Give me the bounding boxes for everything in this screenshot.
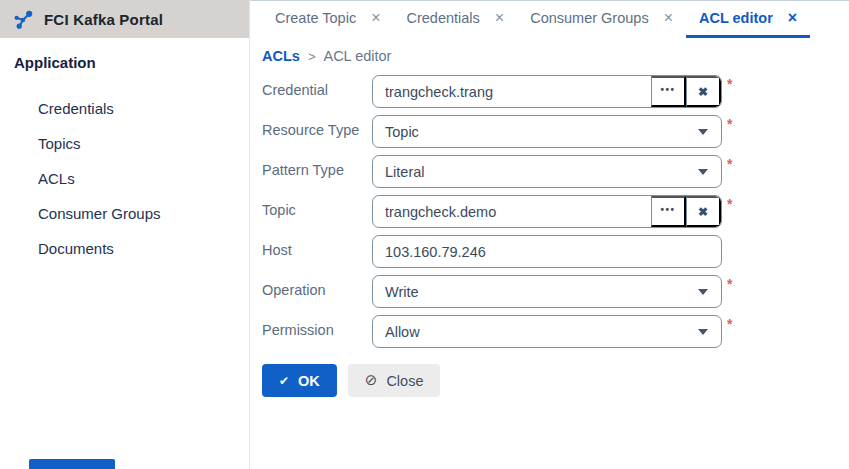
- host-label: Host: [262, 235, 372, 258]
- sidebar-section-application: Application: [0, 38, 249, 71]
- form-row-pattern-type: Pattern TypeLiteral*: [262, 155, 849, 188]
- form-row-host: Host: [262, 235, 849, 268]
- chevron-down-icon: [698, 129, 708, 135]
- form-actions: ✔ OK ⊘ Close: [262, 364, 849, 397]
- content-area: ACLs > ACL editor Credential•••✖*Resourc…: [250, 38, 849, 397]
- pattern-type-required-marker: *: [727, 155, 732, 171]
- form-row-operation: OperationWrite*: [262, 275, 849, 308]
- form-row-resource-type: Resource TypeTopic*: [262, 115, 849, 148]
- sidebar-item-consumer-groups[interactable]: Consumer Groups: [0, 196, 249, 231]
- credential-label: Credential: [262, 75, 372, 98]
- topic-clear-button[interactable]: ✖: [686, 196, 721, 227]
- sidebar-item-credentials[interactable]: Credentials: [0, 91, 249, 126]
- permission-label: Permission: [262, 315, 372, 338]
- chevron-down-icon: [698, 329, 708, 335]
- topic-input-group: •••✖: [372, 195, 722, 228]
- bottom-left-cropped-blue-element: [29, 459, 115, 469]
- tab-label: Create Topic: [275, 10, 356, 26]
- credential-required-marker: *: [727, 75, 732, 91]
- tab-close-icon[interactable]: ×: [371, 10, 380, 26]
- tab-close-icon[interactable]: ×: [495, 10, 504, 26]
- acl-editor-form: Credential•••✖*Resource TypeTopic*Patter…: [262, 75, 849, 348]
- permission-selected-value: Allow: [373, 316, 721, 347]
- close-button-label: Close: [386, 373, 423, 389]
- credential-clear-button[interactable]: ✖: [686, 76, 721, 107]
- breadcrumb: ACLs > ACL editor: [262, 47, 849, 65]
- sidebar-item-acls[interactable]: ACLs: [0, 161, 249, 196]
- breadcrumb-current: ACL editor: [323, 48, 391, 64]
- resource-type-select[interactable]: Topic: [372, 115, 722, 148]
- tab-consumer-groups[interactable]: Consumer Groups×: [517, 1, 686, 38]
- breadcrumb-separator: >: [308, 49, 316, 64]
- check-icon: ✔: [279, 374, 289, 388]
- ellipsis-icon: •••: [660, 204, 675, 215]
- close-button[interactable]: ⊘ Close: [348, 364, 441, 397]
- tab-acl-editor[interactable]: ACL editor×: [686, 1, 810, 38]
- operation-selected-value: Write: [373, 276, 721, 307]
- operation-select[interactable]: Write: [372, 275, 722, 308]
- sidebar: FCI Kafka Portal Application Credentials…: [0, 0, 250, 469]
- tab-close-icon[interactable]: ×: [664, 10, 673, 26]
- form-row-topic: Topic•••✖*: [262, 195, 849, 228]
- form-row-credential: Credential•••✖*: [262, 75, 849, 108]
- topic-required-marker: *: [727, 195, 732, 211]
- pattern-type-label: Pattern Type: [262, 155, 372, 178]
- operation-label: Operation: [262, 275, 372, 298]
- clear-x-icon: ✖: [698, 205, 708, 219]
- tab-bar: Create Topic×Credentials×Consumer Groups…: [250, 1, 849, 38]
- permission-required-marker: *: [727, 315, 732, 331]
- ok-button[interactable]: ✔ OK: [262, 364, 337, 397]
- topic-lookup-button[interactable]: •••: [651, 196, 686, 227]
- app-header: FCI Kafka Portal: [0, 0, 249, 38]
- main-area: Create Topic×Credentials×Consumer Groups…: [250, 0, 849, 469]
- resource-type-required-marker: *: [727, 115, 732, 131]
- kafka-logo-icon: [13, 9, 34, 30]
- topic-label: Topic: [262, 195, 372, 218]
- tab-close-icon[interactable]: ×: [788, 10, 797, 26]
- pattern-type-select[interactable]: Literal: [372, 155, 722, 188]
- permission-select[interactable]: Allow: [372, 315, 722, 348]
- sidebar-nav: CredentialsTopicsACLsConsumer GroupsDocu…: [0, 91, 249, 266]
- clear-x-icon: ✖: [698, 85, 708, 99]
- credential-input-group: •••✖: [372, 75, 722, 108]
- tab-credentials[interactable]: Credentials×: [393, 1, 517, 38]
- sidebar-item-topics[interactable]: Topics: [0, 126, 249, 161]
- resource-type-selected-value: Topic: [373, 116, 721, 147]
- tab-label: Credentials: [406, 10, 479, 26]
- ellipsis-icon: •••: [660, 84, 675, 95]
- breadcrumb-acls-link[interactable]: ACLs: [262, 48, 300, 64]
- tab-label: ACL editor: [699, 10, 773, 26]
- operation-required-marker: *: [727, 275, 732, 291]
- cancel-circle-icon: ⊘: [365, 371, 378, 389]
- host-input-group: [372, 235, 722, 268]
- tab-create-topic[interactable]: Create Topic×: [262, 1, 393, 38]
- chevron-down-icon: [698, 169, 708, 175]
- app-title: FCI Kafka Portal: [44, 11, 163, 28]
- topic-input[interactable]: [373, 196, 651, 227]
- ok-button-label: OK: [298, 373, 320, 389]
- sidebar-item-documents[interactable]: Documents: [0, 231, 249, 266]
- pattern-type-selected-value: Literal: [373, 156, 721, 187]
- credential-input[interactable]: [373, 76, 651, 107]
- tab-label: Consumer Groups: [530, 10, 648, 26]
- form-row-permission: PermissionAllow*: [262, 315, 849, 348]
- credential-lookup-button[interactable]: •••: [651, 76, 686, 107]
- host-input[interactable]: [373, 236, 721, 267]
- fci-kafka-portal-window: FCI Kafka Portal Application Credentials…: [0, 0, 849, 469]
- resource-type-label: Resource Type: [262, 115, 372, 138]
- chevron-down-icon: [698, 289, 708, 295]
